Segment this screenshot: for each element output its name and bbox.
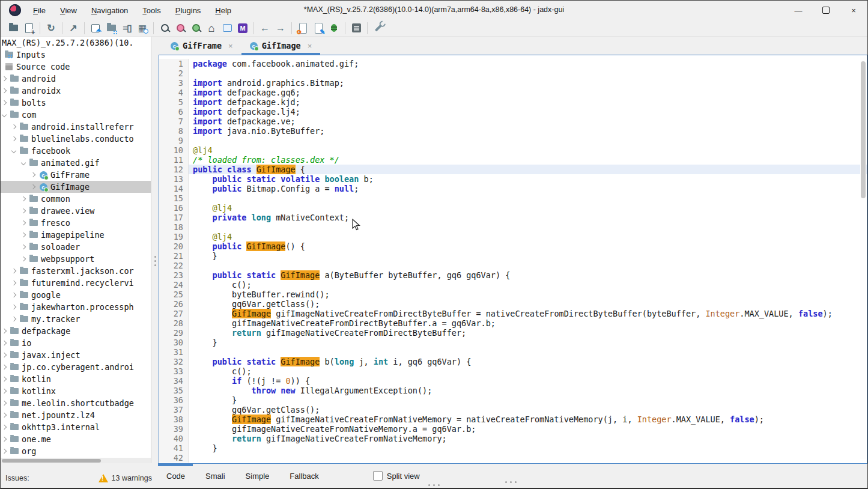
code-line[interactable]: 32 public static GifImage b(long j, int … [159,357,867,366]
tree-horizontal-scrollbar[interactable] [1,458,151,463]
class-search-icon[interactable] [172,21,188,35]
code-line[interactable]: 36 } [159,395,867,405]
code-line[interactable]: 7import defpackage.ve; [159,117,867,126]
tree-item-defpackage[interactable]: defpackage [1,325,151,337]
code-line[interactable]: 30 } [159,338,867,347]
code-line[interactable]: 9 [159,136,867,145]
maximize-button[interactable] [812,1,840,20]
tree-item-kotlin[interactable]: kotlin [1,373,151,385]
code-line[interactable]: 38 GifImage gifImageNativeCreateFromNati… [159,415,867,424]
tree-item-inputs[interactable]: Inputs [1,49,151,61]
code-line[interactable]: 18 [159,222,867,232]
manifest-icon[interactable]: M [235,21,250,35]
panel-splitter[interactable] [151,37,159,463]
menu-plugins[interactable]: Plugins [169,4,207,17]
tree-item-bolts[interactable]: bolts [1,97,151,109]
chevron-right-icon[interactable] [11,305,16,309]
code-line[interactable]: 2 [159,68,867,78]
tree-item-android[interactable]: android [1,73,151,85]
device-edit-icon[interactable]: ✎ [311,21,326,35]
chevron-down-icon[interactable] [21,160,26,165]
chevron-down-icon[interactable] [2,112,7,117]
code-line[interactable]: 16 @lj4 [159,203,867,213]
code-line[interactable]: 27 GifImage gifImageNativeCreateFromDire… [159,309,867,318]
chevron-right-icon[interactable] [11,293,16,297]
tree-item-fresco[interactable]: fresco [1,217,151,229]
open-files-icon[interactable] [5,21,21,35]
device-settings-icon[interactable]: ⚙ [295,21,311,35]
back-icon[interactable]: ← [257,21,273,35]
tree-item-androidx[interactable]: androidx [1,85,151,97]
code-line[interactable]: 12public class GifImage { [159,165,867,174]
code-line[interactable]: 20 public GifImage() { [159,241,867,251]
menu-file[interactable]: File [27,4,52,17]
code-line[interactable]: 4import defpackage.gq6; [159,88,867,97]
search-icon[interactable] [157,21,172,35]
code-line[interactable]: 24 c(); [159,280,867,290]
tree-item-animated-gif[interactable]: animated.gif [1,157,151,169]
code-line[interactable]: 5import defpackage.kjd; [159,97,867,107]
chevron-right-icon[interactable] [2,401,7,405]
code-line[interactable]: 10@lj4 [159,145,867,155]
code-line[interactable]: 17 private long mNativeContext; [159,213,867,222]
chevron-right-icon[interactable] [21,208,26,213]
chevron-right-icon[interactable] [2,389,7,393]
warnings-indicator[interactable]: 13 warnings [99,474,152,482]
code-line[interactable]: 22 [159,261,867,270]
tree-item-jp-co-cyberagent-androi[interactable]: jp.co.cyberagent.androi [1,361,151,373]
tree-item-common[interactable]: common [1,193,151,205]
close-button[interactable]: × [840,1,867,20]
code-line[interactable]: 1package com.facebook.animated.gif; [159,59,867,68]
chevron-right-icon[interactable] [21,232,26,237]
frame-icon[interactable] [219,21,235,35]
code-line[interactable]: 15 [159,193,867,203]
code-line[interactable]: 33 c(); [159,366,867,376]
chevron-right-icon[interactable] [11,281,16,285]
code-line[interactable]: 25 byteBuffer.rewind(); [159,290,867,299]
chevron-right-icon[interactable] [2,413,7,418]
tree-item-com[interactable]: com [1,109,151,121]
tree-item-max-rs-v-25-7-2-6386-10-[interactable]: MAX_(RS)_v.25.7.2(6386)(10. [1,37,151,49]
flatten-packages-icon[interactable] [103,21,119,35]
split-view-toggle[interactable]: Split view [373,471,420,481]
chevron-right-icon[interactable] [31,184,35,189]
code-line[interactable]: 35 throw new IllegalArgumentException(); [159,386,867,395]
main-activity-icon[interactable]: ⌂ [204,21,219,35]
code-line[interactable]: 31 [159,347,867,357]
chevron-right-icon[interactable] [2,88,7,93]
preferences-icon[interactable] [371,21,386,35]
show-fields-icon[interactable]: ≡▯ [119,21,135,35]
splitter-handle-dots[interactable] [428,484,440,486]
tree-item-one-me[interactable]: one.me [1,433,151,445]
chevron-right-icon[interactable] [2,341,7,345]
code-line[interactable]: 26 gq6Var.getClass(); [159,299,867,309]
chevron-right-icon[interactable] [2,76,7,81]
code-line[interactable]: 39 gifImageNativeCreateFromNativeMemory.… [159,424,867,434]
tree-item-io[interactable]: io [1,337,151,349]
chevron-right-icon[interactable] [11,269,16,273]
chevron-right-icon[interactable] [11,124,16,129]
menu-tools[interactable]: Tools [136,4,166,17]
code-line[interactable]: 34 if (!(j != 0)) { [159,376,867,386]
code-line[interactable]: 42 [159,453,867,463]
code-line[interactable]: 11/* loaded from: classes.dex */ [159,155,867,165]
menu-view[interactable]: View [54,4,83,17]
code-line[interactable]: 21 } [159,251,867,261]
export-icon[interactable]: ↗ [65,21,81,35]
chevron-right-icon[interactable] [21,257,26,261]
grid-view-icon[interactable]: ▦ [135,21,150,35]
forward-icon[interactable]: → [273,21,288,35]
split-view-checkbox[interactable] [373,471,383,481]
code-line[interactable]: 23 public static GifImage a(ByteBuffer b… [159,270,867,280]
add-files-icon[interactable] [21,21,37,35]
chevron-right-icon[interactable] [2,365,7,369]
code-line[interactable]: 8import java.nio.ByteBuffer; [159,126,867,136]
minimize-button[interactable]: — [785,1,812,20]
tree-item-my-tracker[interactable]: my.tracker [1,313,151,325]
tree-item-imagepipeline[interactable]: imagepipeline [1,229,151,241]
view-tab-simple[interactable]: Simple [243,470,272,482]
code-line[interactable]: 28 gifImageNativeCreateFromDirectByteBuf… [159,318,867,328]
chevron-right-icon[interactable] [31,172,35,177]
chevron-right-icon[interactable] [21,220,26,225]
code-line[interactable]: 14 public Bitmap.Config a = null; [159,184,867,193]
